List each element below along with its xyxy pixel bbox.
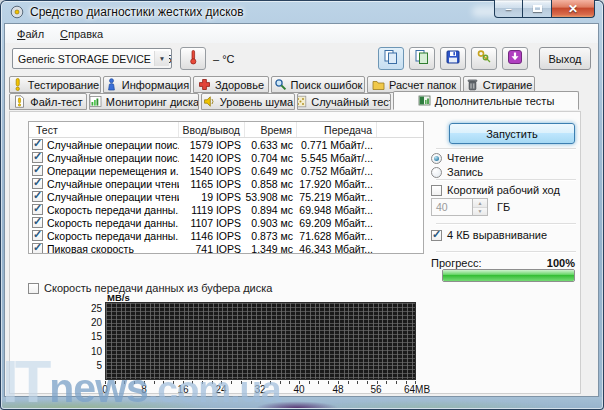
minimize-button[interactable]: – [494,0,523,18]
column-header-transfer[interactable]: Передача [297,122,377,137]
table-row[interactable]: Скорость передачи данны... 1146 IOPS 0.8… [29,229,423,242]
size-spinner: 40 ▲ ▼ ГБ [431,198,510,216]
window-title: Средство диагностики жестких дисков [30,5,244,19]
tab-health[interactable]: Здоровье [193,76,269,93]
app-icon [10,5,24,19]
separator [436,251,576,252]
tab-strip: Тестирование Информация Здоровье Поиск о… [5,76,598,110]
disk-monitoring-icon [89,95,102,108]
export-report-icon [414,49,430,69]
table-row[interactable]: Скорость передачи данны... 1107 IOPS 0.9… [29,216,423,229]
tab-random-test[interactable]: Случайный тест [297,93,391,110]
separator [436,179,576,180]
read-option[interactable]: Чтение [431,152,484,164]
x-tick: 24 [215,384,226,395]
write-radio[interactable] [431,167,442,178]
tab-information[interactable]: Информация [103,76,191,93]
table-header: Тест Ввод/вывод Время Передача [29,122,423,138]
table-row[interactable]: Операции перемещения и... 1540 IOPS 0.64… [29,164,423,177]
table-row[interactable]: Случайные операции чтени... 1165 IOPS 0.… [29,177,423,190]
temperature-button[interactable] [180,47,206,70]
x-tick: 0 [102,384,108,395]
save-report-button[interactable] [440,47,466,70]
menu-bar: Файл Справка [5,24,598,43]
row-checkbox[interactable] [32,178,43,189]
client-area: Файл Справка Generic STORAGE DEVICE (259… [4,23,599,397]
download-button[interactable] [502,47,528,70]
table-row[interactable]: Скорость передачи данны... 1119 IOPS 0.8… [29,203,423,216]
maximize-icon [533,5,542,12]
transfer-rate-chart [105,302,416,380]
registration-keys-button[interactable] [471,47,497,70]
registration-keys-icon [476,49,492,69]
separator [436,148,576,149]
chevron-down-icon[interactable]: ▼ [154,51,169,66]
table-row[interactable]: Случайные операции чтени... 19 IOPS 53.9… [29,190,423,203]
progress-bar-fill [443,270,574,281]
tab-row-2: Файл-тест Мониторинг диска Уровень шума … [9,93,598,110]
exit-button[interactable]: Выход [539,47,591,70]
align-label: 4 КБ выравнивание [447,229,547,241]
align-checkbox[interactable] [431,230,442,241]
tab-disk-monitoring[interactable]: Мониторинг диска [89,93,199,110]
download-icon [507,49,523,69]
copy-report-button[interactable] [378,47,404,70]
device-select-value: Generic STORAGE DEVICE (259 ГБ) [18,53,171,65]
row-checkbox[interactable] [32,204,43,215]
close-button[interactable]: ✕ [551,0,595,18]
title-bar[interactable]: Средство диагностики жестких дисков – ✕ [0,0,604,24]
y-tick: 15 [80,331,102,342]
y-tick: 25 [80,303,102,314]
tab-file-test[interactable]: Файл-тест [9,93,87,110]
short-stroke-checkbox[interactable] [431,185,442,196]
row-checkbox[interactable] [32,152,43,163]
export-report-button[interactable] [409,47,435,70]
buffer-speed-option[interactable]: Скорость передачи данных из буфера диска [28,282,272,294]
table-row[interactable]: Случайные операции поис... 1579 IOPS 0.6… [29,138,423,151]
x-tick: 48 [332,384,343,395]
buffer-speed-checkbox[interactable] [28,283,39,294]
row-checkbox[interactable] [32,217,43,228]
close-icon: ✕ [568,2,578,16]
column-header-io[interactable]: Ввод/вывод [179,122,245,137]
toolbar: Generic STORAGE DEVICE (259 ГБ) ▼ – °C [5,43,598,74]
column-header-time[interactable]: Время [245,122,297,137]
separator [436,223,576,224]
tab-error-search[interactable]: Поиск ошибок [271,76,365,93]
thermometer-icon [186,49,200,69]
align-option[interactable]: 4 КБ выравнивание [431,229,547,241]
spinner-up-icon[interactable]: ▲ [473,199,487,208]
x-tick: 64MB [404,384,430,395]
device-select[interactable]: Generic STORAGE DEVICE (259 ГБ) ▼ [12,48,172,69]
folder-calc-icon [372,78,385,91]
table-row[interactable]: Случайные операции поис... 1420 IOPS 0.7… [29,151,423,164]
spinner-down-icon[interactable]: ▼ [473,208,487,216]
buffer-speed-label: Скорость передачи данных из буфера диска [44,282,272,294]
x-tick: 32 [254,384,265,395]
maximize-button[interactable] [523,0,551,18]
short-stroke-option[interactable]: Короткий рабочий ход [431,184,560,196]
menu-help[interactable]: Справка [52,26,111,42]
column-header-test[interactable]: Тест [29,122,179,137]
row-checkbox[interactable] [32,139,43,150]
row-checkbox[interactable] [32,230,43,241]
additional-tests-icon [418,94,431,107]
noise-level-icon [203,95,216,108]
row-checkbox[interactable] [32,191,43,202]
tab-additional-tests[interactable]: Дополнительные тесты [393,91,579,110]
information-icon [105,78,118,91]
row-checkbox[interactable] [32,165,43,176]
read-radio[interactable] [431,153,442,164]
tab-noise-level[interactable]: Уровень шума [201,93,295,110]
menu-file[interactable]: Файл [9,26,52,42]
testing-icon [11,78,24,91]
start-button[interactable]: Запустить [449,123,575,144]
size-input[interactable]: 40 [431,198,473,216]
row-checkbox[interactable] [32,243,43,254]
progress-label: Прогресс: [431,257,547,269]
health-icon [198,78,211,91]
tab-testing[interactable]: Тестирование [9,76,101,93]
app-window: Средство диагностики жестких дисков – ✕ … [0,0,604,410]
write-option[interactable]: Запись [431,166,483,178]
table-row[interactable]: Пиковая скорость 741 IOPS 1.349 мс 46.34… [29,242,423,254]
